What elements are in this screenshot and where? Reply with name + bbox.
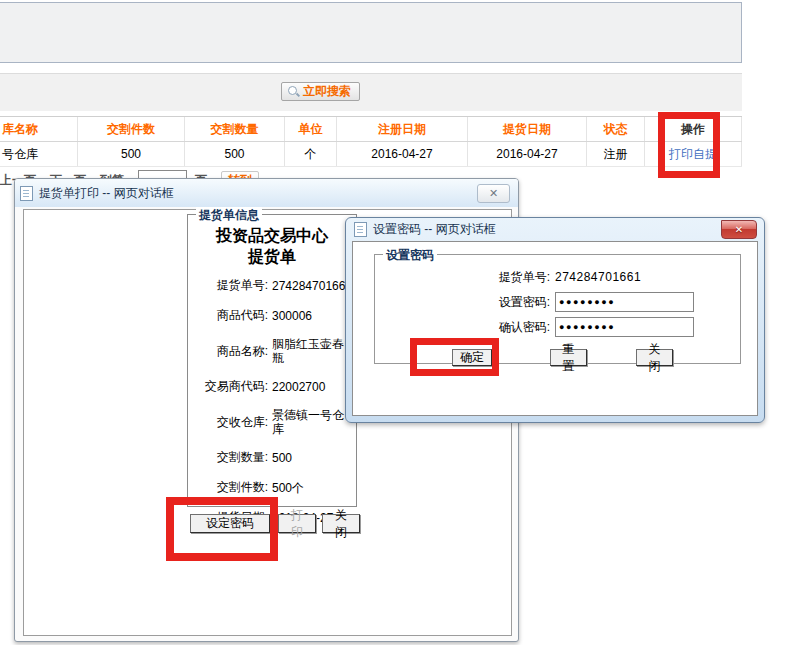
field-label: 交收仓库: — [194, 414, 268, 431]
delivery-info-fields: 提货单号:274284701661 商品代码:300006 商品名称:胭脂红玉壶… — [188, 267, 356, 526]
confirm-password-input[interactable]: ●●●●●●●● — [555, 317, 694, 337]
header-pickup-date: 提货日期 — [468, 117, 587, 141]
cell-pickup-date: 2016-04-27 — [468, 142, 587, 166]
cell-unit: 个 — [285, 142, 337, 166]
password-dialog-titlebar: 设置密码 -- 网页对话框 — [346, 218, 764, 241]
cell-delivery-quantity: 500 — [185, 142, 285, 166]
search-icon — [288, 86, 299, 97]
header-warehouse: 库名称 — [0, 117, 78, 141]
confirm-password-label: 确认密码: — [375, 319, 550, 336]
table-row: 号仓库 500 500 个 2016-04-27 2016-04-27 注册 打… — [0, 142, 742, 167]
field-label: 商品名称: — [194, 343, 268, 360]
screen: 立即搜索 库名称 交割件数 交割数量 单位 注册日期 提货日期 状态 操作 号仓… — [0, 0, 800, 645]
header-delivery-pieces: 交割件数 — [78, 117, 185, 141]
close-button[interactable]: 关闭 — [322, 514, 360, 533]
product-name-value: 胭脂红玉壶春瓶 — [272, 337, 352, 365]
document-icon — [354, 222, 367, 237]
print-button[interactable]: 打印 — [278, 514, 316, 533]
trader-code-value: 22002700 — [272, 380, 325, 394]
cell-status: 注册 — [587, 142, 645, 166]
header-delivery-quantity: 交割数量 — [185, 117, 285, 141]
table-header-row: 库名称 交割件数 交割数量 单位 注册日期 提货日期 状态 操作 — [0, 116, 742, 142]
print-dialog-title: 提货单打印 -- 网页对话框 — [39, 185, 174, 202]
header-unit: 单位 — [285, 117, 337, 141]
product-code-value: 300006 — [272, 309, 312, 323]
top-content-panel — [0, 2, 742, 63]
set-password-input[interactable]: ●●●●●●●● — [555, 292, 694, 312]
document-icon — [20, 186, 33, 201]
cell-warehouse: 号仓库 — [0, 142, 78, 166]
search-panel — [0, 73, 742, 111]
print-dialog-titlebar: 提货单打印 -- 网页对话框 — [15, 179, 518, 207]
header-register-date: 注册日期 — [337, 117, 468, 141]
highlight-box-ok-button — [410, 338, 499, 376]
delivery-info-fieldset: 提货单信息 投资品交易中心 提货单 提货单号:274284701661 商品代码… — [187, 214, 357, 507]
password-dialog: 设置密码 -- 网页对话框 ✕ 设置密码 提货单号: 274284701661 … — [345, 217, 765, 423]
highlight-box-action-column — [658, 112, 720, 178]
reset-button[interactable]: 重置 — [550, 349, 587, 366]
header-status: 状态 — [587, 117, 645, 141]
warehouse-value: 景德镇一号仓库 — [272, 408, 352, 436]
field-label: 提货单号: — [194, 277, 268, 294]
cell-register-date: 2016-04-27 — [337, 142, 468, 166]
delivery-table: 库名称 交割件数 交割数量 单位 注册日期 提货日期 状态 操作 号仓库 500… — [0, 116, 742, 167]
highlight-box-set-password-button — [166, 497, 278, 561]
field-label: 交割件数: — [194, 479, 268, 496]
close-button[interactable]: 关闭 — [636, 349, 673, 366]
field-label: 交割数量: — [194, 449, 268, 466]
quantity-value: 500 — [272, 451, 292, 465]
password-dialog-close-icon[interactable]: ✕ — [721, 220, 757, 239]
delivery-info-legend: 提货单信息 — [196, 207, 262, 224]
order-number-value: 274284701661 — [272, 279, 352, 293]
print-dialog-close-icon[interactable]: ✕ — [477, 184, 510, 203]
set-password-label: 设置密码: — [375, 294, 550, 311]
field-label: 交易商代码: — [194, 378, 268, 395]
doc-title-line1: 投资品交易中心 — [188, 225, 356, 246]
set-password-legend: 设置密码 — [383, 247, 437, 264]
password-dialog-title: 设置密码 -- 网页对话框 — [373, 221, 496, 238]
password-dialog-body: 设置密码 提货单号: 274284701661 设置密码: ●●●●●●●● 确… — [352, 241, 758, 416]
order-number-label: 提货单号: — [375, 269, 550, 286]
search-button[interactable]: 立即搜索 — [281, 82, 360, 101]
search-button-label: 立即搜索 — [303, 83, 351, 100]
pieces-value: 500个 — [272, 481, 304, 495]
cell-delivery-pieces: 500 — [78, 142, 185, 166]
doc-title-line2: 提货单 — [188, 246, 356, 267]
order-number-value: 274284701661 — [555, 270, 641, 284]
field-label: 商品代码: — [194, 307, 268, 324]
